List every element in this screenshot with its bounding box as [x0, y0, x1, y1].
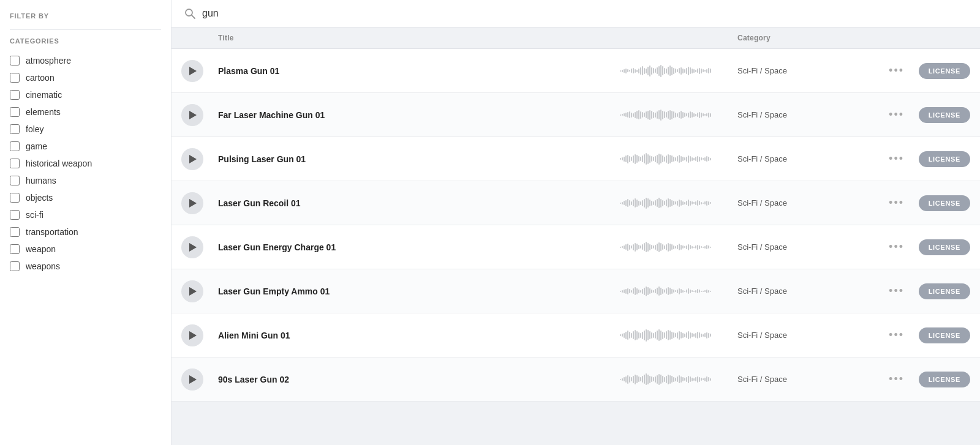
more-options-button-3[interactable]: ••• [884, 150, 909, 168]
waveform-bar [699, 377, 700, 382]
sidebar: FILTER BY CATEGORIES atmosphere cartoon … [0, 0, 172, 445]
waveform-8[interactable] [615, 367, 737, 392]
license-button-6[interactable]: LICENSE [919, 283, 970, 299]
category-item-cartoon[interactable]: cartoon [10, 69, 161, 86]
waveform-4[interactable] [615, 191, 737, 215]
license-col-8: LICENSE [909, 372, 970, 387]
waveform-bar [675, 290, 676, 292]
waveform-bar [660, 243, 662, 251]
waveform-bar [649, 200, 650, 206]
license-button-4[interactable]: LICENSE [919, 195, 970, 211]
waveform-bar [636, 70, 638, 72]
waveform-7[interactable] [615, 323, 737, 348]
more-options-button-5[interactable]: ••• [884, 238, 909, 256]
category-item-transportation[interactable]: transportation [10, 223, 161, 241]
waveform-bar [708, 377, 709, 381]
waveform-bar [653, 68, 654, 73]
category-checkbox-historical-weapon[interactable] [10, 159, 20, 168]
category-checkbox-elements[interactable] [10, 107, 20, 117]
category-checkbox-weapon[interactable] [10, 244, 20, 254]
category-checkbox-cartoon[interactable] [10, 73, 20, 83]
waveform-6[interactable] [615, 279, 737, 304]
waveform-bar [699, 290, 700, 293]
play-button-3[interactable] [181, 148, 203, 170]
license-button-8[interactable]: LICENSE [919, 372, 970, 387]
waveform-bar [690, 67, 691, 74]
track-title-2: Far Laser Machine Gun 01 [218, 110, 615, 120]
category-checkbox-game[interactable] [10, 141, 20, 151]
category-checkbox-atmosphere[interactable] [10, 56, 20, 65]
waveform-bar [636, 331, 638, 340]
category-item-historical-weapon[interactable]: historical weapon [10, 155, 161, 172]
waveform-bar [657, 199, 658, 207]
category-item-cinematic[interactable]: cinematic [10, 86, 161, 103]
play-button-5[interactable] [181, 236, 203, 258]
category-label-cartoon: cartoon [26, 73, 55, 83]
play-col [181, 280, 218, 302]
waveform-bar [653, 245, 654, 249]
waveform-bar [690, 332, 691, 338]
category-item-game[interactable]: game [10, 138, 161, 155]
waveform-bar [679, 244, 680, 250]
category-checkbox-weapons[interactable] [10, 261, 20, 271]
category-checkbox-objects[interactable] [10, 193, 20, 203]
license-button-1[interactable]: LICENSE [919, 63, 970, 79]
category-checkbox-humans[interactable] [10, 176, 20, 185]
license-button-3[interactable]: LICENSE [919, 151, 970, 167]
more-options-button-2[interactable]: ••• [884, 106, 909, 124]
play-button-4[interactable] [181, 192, 203, 214]
waveform-bar [692, 333, 693, 337]
waveform-bar [669, 331, 671, 340]
waveform-bar [669, 244, 671, 251]
category-checkbox-foley[interactable] [10, 124, 20, 134]
waveform-bar [649, 288, 650, 294]
waveform-bar [627, 331, 628, 340]
license-button-5[interactable]: LICENSE [919, 239, 970, 255]
category-item-foley[interactable]: foley [10, 121, 161, 138]
waveform-bar [699, 201, 700, 205]
category-checkbox-cinematic[interactable] [10, 90, 20, 100]
license-button-7[interactable]: LICENSE [919, 327, 970, 343]
waveform-1[interactable] [615, 59, 737, 83]
waveform-2[interactable] [615, 103, 737, 127]
category-item-weapons[interactable]: weapons [10, 258, 161, 275]
play-button-7[interactable] [181, 324, 203, 346]
play-icon-4 [189, 199, 197, 208]
license-button-2[interactable]: LICENSE [919, 107, 970, 123]
play-button-8[interactable] [181, 368, 203, 391]
waveform-bar [706, 332, 707, 338]
category-checkbox-transportation[interactable] [10, 227, 20, 237]
waveform-bar [675, 333, 676, 337]
waveform-bar [655, 376, 656, 383]
more-options-button-4[interactable]: ••• [884, 194, 909, 212]
more-options-button-8[interactable]: ••• [884, 370, 909, 388]
waveform-bar [644, 288, 645, 295]
waveform-bar [647, 243, 649, 252]
search-bar [172, 0, 980, 28]
filter-by-label: FILTER BY [10, 12, 161, 20]
waveform-bar [658, 329, 660, 341]
category-item-atmosphere[interactable]: atmosphere [10, 52, 161, 69]
play-button-6[interactable] [181, 280, 203, 302]
more-options-button-1[interactable]: ••• [884, 62, 909, 80]
more-options-button-6[interactable]: ••• [884, 282, 909, 300]
more-options-button-7[interactable]: ••• [884, 326, 909, 344]
category-item-sci-fi[interactable]: sci-fi [10, 206, 161, 223]
waveform-3[interactable] [615, 147, 737, 171]
category-item-humans[interactable]: humans [10, 172, 161, 189]
waveform-5[interactable] [615, 235, 737, 260]
category-checkbox-sci-fi[interactable] [10, 210, 20, 220]
waveform-bar [662, 376, 663, 383]
waveform-bar [664, 111, 665, 118]
col-header-more [860, 34, 909, 42]
category-item-objects[interactable]: objects [10, 189, 161, 206]
waveform-bar [697, 332, 698, 338]
waveform-bar [677, 290, 678, 293]
play-button-2[interactable] [181, 104, 203, 126]
search-input[interactable] [202, 8, 968, 19]
category-item-weapon[interactable]: weapon [10, 241, 161, 258]
waveform-bar [668, 198, 669, 208]
table-container: Title Category Plasma Gun 01 Sci-Fi / Sp… [172, 28, 980, 445]
play-button-1[interactable] [181, 60, 203, 82]
category-item-elements[interactable]: elements [10, 103, 161, 121]
